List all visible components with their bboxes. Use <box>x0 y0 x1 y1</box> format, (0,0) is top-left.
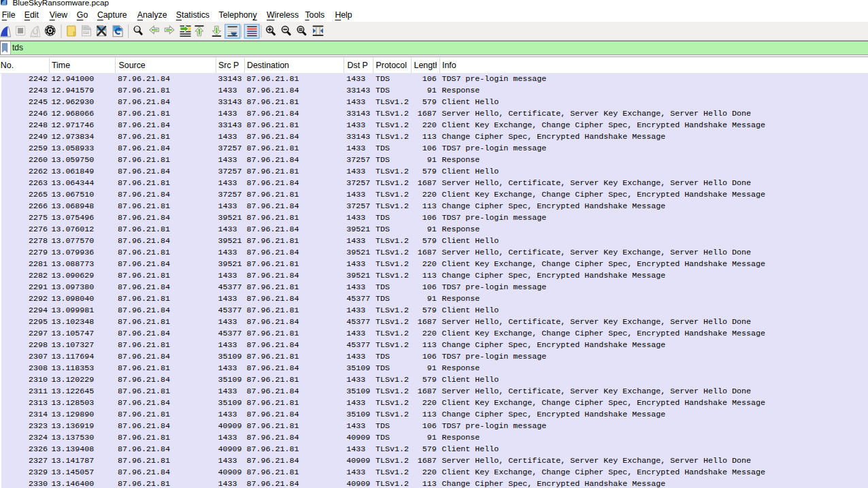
svg-text:010: 010 <box>83 31 89 35</box>
